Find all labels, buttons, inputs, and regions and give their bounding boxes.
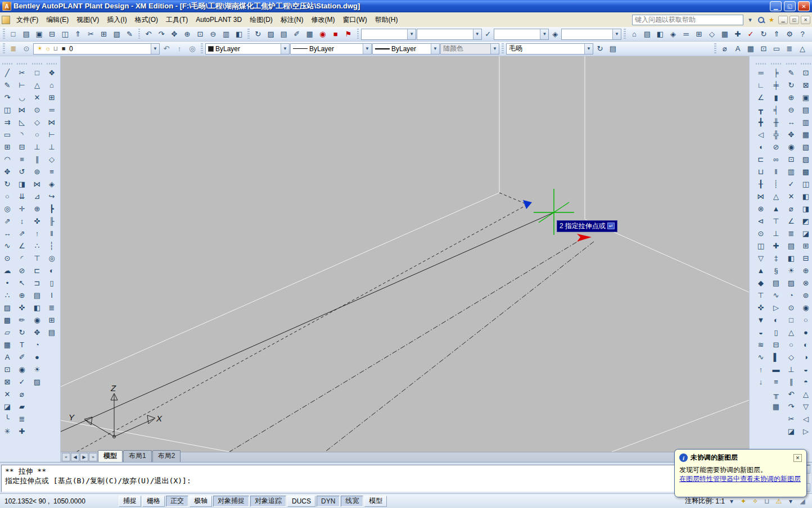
rectangle-icon[interactable]: ▭ xyxy=(1,129,14,140)
ucs-z-axis-icon[interactable]: ↑ xyxy=(30,228,44,239)
explode-icon[interactable]: ✳ xyxy=(1,425,14,437)
equipment-icon[interactable]: ⊞ xyxy=(45,92,58,103)
menu-item-window[interactable]: 窗口(W) xyxy=(339,13,371,27)
ap-project-icon[interactable]: ⌂ xyxy=(628,28,640,40)
relief-valve-icon[interactable]: ▲ xyxy=(754,265,768,276)
redo-icon[interactable]: ↷ xyxy=(155,28,168,40)
layer-lock-icon[interactable]: ⊔ xyxy=(52,45,60,52)
markup-icon[interactable]: ✐ xyxy=(291,28,303,40)
join-icon[interactable]: ⋈ xyxy=(15,104,29,116)
toolbar-grip[interactable] xyxy=(3,43,5,55)
hanger-icon[interactable]: ⊤ xyxy=(769,215,783,227)
help-search-input[interactable] xyxy=(633,16,743,24)
id-point-icon[interactable]: ✚ xyxy=(15,425,29,437)
annotation-visibility-icon[interactable]: ✦ xyxy=(738,496,748,506)
osnap-nearest-icon[interactable]: ⋈ xyxy=(30,178,44,190)
zoom-out-icon[interactable]: ⊖ xyxy=(784,104,798,116)
ap-piping-icon[interactable]: ═ xyxy=(680,28,692,40)
osnap-parallel-icon[interactable]: ∥ xyxy=(30,153,44,165)
plug-valve-icon[interactable]: ◆ xyxy=(754,277,768,289)
grating-icon[interactable]: ▦ xyxy=(769,401,783,412)
validate-icon[interactable]: ✓ xyxy=(784,178,798,190)
toolbar-grip[interactable] xyxy=(32,63,42,65)
inspect-icon[interactable]: ◉ xyxy=(784,141,798,153)
spline-icon[interactable]: ∿ xyxy=(1,240,14,252)
sheet-set-icon[interactable]: ▤ xyxy=(278,28,290,40)
leader-icon[interactable]: ↖ xyxy=(15,277,29,289)
open-icon[interactable]: ▤ xyxy=(20,28,33,40)
line-list-icon[interactable]: ▦ xyxy=(799,129,812,140)
fillet-icon[interactable]: ╰ xyxy=(1,413,14,425)
status-toggle-otrack[interactable]: 对象追踪 xyxy=(250,496,286,507)
tool-palettes-icon[interactable]: ▨ xyxy=(265,28,277,40)
component-edit-icon[interactable]: ✎ xyxy=(784,67,798,79)
xref-detach-icon[interactable]: ⊠ xyxy=(799,79,812,91)
ucs-3point-icon[interactable]: ∴ xyxy=(30,240,44,252)
status-toggle-model[interactable]: 模型 xyxy=(364,496,387,507)
script-icon[interactable]: ⊚ xyxy=(799,289,812,301)
ucs-world-icon[interactable]: ⊕ xyxy=(30,203,44,215)
spectacle-blind-icon[interactable]: ∞ xyxy=(769,153,783,165)
spec-combo[interactable]: 毛旸 ▼ xyxy=(506,43,593,55)
walk-icon[interactable]: ✥ xyxy=(30,326,44,338)
layer-on-icon[interactable]: ☀ xyxy=(36,45,44,52)
status-toggle-osnap[interactable]: 对象捕捉 xyxy=(213,496,249,507)
make-layer-current-icon[interactable]: ↑ xyxy=(173,43,186,55)
component-filter-icon[interactable]: ◈ xyxy=(549,28,561,40)
gasket2-icon[interactable]: ‖ xyxy=(769,166,783,178)
iso-extract-icon[interactable]: ▧ xyxy=(799,141,812,153)
insulation-combo[interactable]: ▼ xyxy=(561,29,621,40)
tray-menu-arrow-icon[interactable]: ▾ xyxy=(786,496,796,506)
view-front-icon[interactable]: ⊏ xyxy=(30,265,44,276)
ap-isometric-icon[interactable]: ◇ xyxy=(706,28,718,40)
settings-icon[interactable]: ○ xyxy=(799,314,812,326)
anchor-icon[interactable]: ✚ xyxy=(769,240,783,252)
rotate-icon[interactable]: ↻ xyxy=(1,178,14,190)
sketch-icon[interactable]: ✎ xyxy=(1,79,14,91)
iso-view-icon[interactable]: ◧ xyxy=(30,302,44,314)
globe-valve-icon[interactable]: ⊗ xyxy=(754,203,768,215)
cap-icon[interactable]: ◖ xyxy=(754,141,768,153)
tab-first-icon[interactable]: « xyxy=(62,453,70,461)
toolbar-grip[interactable] xyxy=(201,43,203,55)
tee-icon[interactable]: ┳ xyxy=(754,104,768,116)
favorites-star-icon[interactable]: ★ xyxy=(766,15,777,25)
osnap-endpoint-icon[interactable]: □ xyxy=(30,67,44,79)
move-icon[interactable]: ✥ xyxy=(1,166,14,178)
flange-icon[interactable]: ╟ xyxy=(45,215,58,227)
camera-icon[interactable]: ◉ xyxy=(30,314,44,326)
workspace-icon[interactable]: ❖ xyxy=(45,67,58,79)
cut2-icon[interactable]: ✂ xyxy=(784,413,798,425)
linetype-combo[interactable]: ByLayer ▼ xyxy=(290,43,372,55)
lights-icon[interactable]: ☀ xyxy=(30,364,44,375)
dim-style-icon[interactable]: ⌀ xyxy=(719,43,731,55)
text-style-check-icon[interactable]: ✓ xyxy=(482,28,494,40)
coupling-icon[interactable]: ⊏ xyxy=(754,153,768,165)
pump2-icon[interactable]: ◐ xyxy=(769,314,783,326)
delete-icon[interactable]: ✕ xyxy=(784,190,798,202)
ungroup-icon[interactable]: ⊟ xyxy=(799,252,812,264)
make-block-icon[interactable]: ⊠ xyxy=(1,376,14,388)
copy-icon[interactable]: ⊞ xyxy=(98,28,110,40)
layer-properties-manager-icon[interactable]: ≣ xyxy=(7,43,20,55)
line-number-icon[interactable]: ▥ xyxy=(799,116,812,128)
ap-settings-icon[interactable]: ⚙ xyxy=(783,28,796,40)
grid-icon[interactable]: ⊞ xyxy=(45,314,58,326)
cut-icon[interactable]: ✂ xyxy=(85,28,97,40)
options-icon[interactable]: ● xyxy=(799,326,812,338)
quadrant2-icon[interactable]: ◇ xyxy=(784,351,798,363)
toolbar-grip[interactable] xyxy=(756,63,766,65)
color-combo[interactable]: ByLayer ▼ xyxy=(205,43,290,55)
nozzle-icon[interactable]: ▷ xyxy=(769,302,783,314)
status-toggle-lwt[interactable]: 线宽 xyxy=(341,496,363,507)
menu-item-draw[interactable]: 绘图(D) xyxy=(246,13,277,27)
tangent2-icon[interactable]: ○ xyxy=(784,339,798,351)
units-icon[interactable]: ⊡ xyxy=(757,43,770,55)
redo2-icon[interactable]: ↷ xyxy=(784,401,798,412)
insulation-icon[interactable]: ▤ xyxy=(769,277,783,289)
weld-icon[interactable]: △ xyxy=(769,190,783,202)
move-copy-icon[interactable]: ✛ xyxy=(15,203,29,215)
heat-trace-icon[interactable]: ∿ xyxy=(769,289,783,301)
ap-help-icon[interactable]: ? xyxy=(796,28,809,40)
donut-icon[interactable]: ◎ xyxy=(1,203,14,215)
